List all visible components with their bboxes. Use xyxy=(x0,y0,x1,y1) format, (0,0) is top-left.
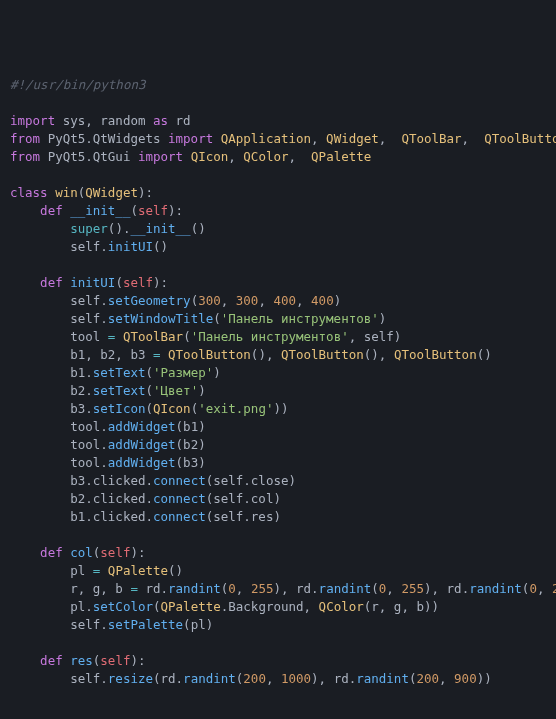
token-kw: def xyxy=(40,653,63,668)
token-pm: ): xyxy=(168,203,183,218)
code-line: b1, b2, b3 = QToolButton(), QToolButton(… xyxy=(10,346,546,364)
token-pm: tool. xyxy=(10,437,108,452)
token-pm: )) xyxy=(477,671,492,686)
token-pm: (b1) xyxy=(176,419,206,434)
token-pm xyxy=(10,545,40,560)
token-pm: b3. xyxy=(10,401,93,416)
token-pm: rd xyxy=(168,113,191,128)
code-line: b1.clicked.connect(self.res) xyxy=(10,508,546,526)
code-line: import sys, random as rd xyxy=(10,112,546,130)
token-fn: addWidget xyxy=(108,455,176,470)
code-line: b3.clicked.connect(self.close) xyxy=(10,472,546,490)
token-pm: self. xyxy=(10,293,108,308)
code-line: def res(self): xyxy=(10,652,546,670)
token-pm: (rd. xyxy=(153,671,183,686)
code-line: #!/usr/bin/python3 xyxy=(10,76,546,94)
token-bi: super xyxy=(70,221,108,236)
token-cl: QToolButton xyxy=(394,347,477,362)
token-pm: ( xyxy=(153,599,161,614)
token-pm: ( xyxy=(145,365,153,380)
token-fn: setColor xyxy=(93,599,153,614)
token-pm: ): xyxy=(153,275,168,290)
token-pm: () xyxy=(477,347,492,362)
code-line: self.setPalette(pl) xyxy=(10,616,546,634)
token-fn: initUI xyxy=(70,275,115,290)
token-kw: class xyxy=(10,185,48,200)
token-pm xyxy=(10,203,40,218)
token-pm: ( xyxy=(145,383,153,398)
token-pm: ) xyxy=(198,383,206,398)
token-cl: QApplication xyxy=(221,131,311,146)
code-line xyxy=(10,706,546,719)
token-pm: , xyxy=(537,581,552,596)
token-pm xyxy=(115,329,123,344)
token-fn: setPalette xyxy=(108,617,183,632)
token-fn: col xyxy=(70,545,93,560)
token-nm: 255 xyxy=(552,581,556,596)
token-op: = xyxy=(153,347,161,362)
token-op: = xyxy=(130,581,138,596)
token-pm: (b3) xyxy=(176,455,206,470)
token-kw: import xyxy=(10,113,55,128)
token-pm: b2.clicked. xyxy=(10,491,153,506)
token-pm: tool. xyxy=(10,455,108,470)
code-line: self.initUI() xyxy=(10,238,546,256)
token-pm: ) xyxy=(334,293,342,308)
token-fn: randint xyxy=(168,581,221,596)
code-line: b2.setText('Цвет') xyxy=(10,382,546,400)
token-pm: ( xyxy=(115,275,123,290)
token-pm: ) xyxy=(379,311,387,326)
token-pm: (), xyxy=(251,347,281,362)
token-pm: tool xyxy=(10,329,108,344)
code-line xyxy=(10,688,546,706)
token-st: 'exit.png' xyxy=(198,401,273,416)
token-pm: () xyxy=(153,239,168,254)
token-fn: randint xyxy=(469,581,522,596)
code-line: from PyQt5.QtGui import QIcon, QColor, Q… xyxy=(10,148,546,166)
token-cl: QToolBar xyxy=(401,131,461,146)
token-nm: 300 xyxy=(198,293,221,308)
token-sf: self xyxy=(100,653,130,668)
code-line xyxy=(10,94,546,112)
token-pm: , xyxy=(296,293,311,308)
token-sf: self xyxy=(123,275,153,290)
code-line: pl = QPalette() xyxy=(10,562,546,580)
token-pm: (self.col) xyxy=(206,491,281,506)
token-pm: ): xyxy=(138,185,153,200)
token-nm: 255 xyxy=(401,581,424,596)
token-cl: QToolButton xyxy=(281,347,364,362)
token-fn: initUI xyxy=(108,239,153,254)
token-pm: (self.res) xyxy=(206,509,281,524)
token-cl: QWidget xyxy=(326,131,379,146)
token-cl: QToolBar xyxy=(123,329,183,344)
token-nm: 200 xyxy=(416,671,439,686)
token-st: 'Панель инструментов' xyxy=(221,311,379,326)
token-fn: setGeometry xyxy=(108,293,191,308)
token-pm: , xyxy=(386,581,401,596)
token-pm: ) xyxy=(213,365,221,380)
token-kw: import xyxy=(168,131,213,146)
token-pm: , xyxy=(289,149,312,164)
code-line xyxy=(10,256,546,274)
token-fn: setText xyxy=(93,383,146,398)
token-cl: QPalette xyxy=(161,599,221,614)
token-pm: pl xyxy=(10,563,93,578)
token-cl: QIcon xyxy=(153,401,191,416)
token-cm: #!/usr/bin/python3 xyxy=(10,77,145,92)
code-line: def col(self): xyxy=(10,544,546,562)
token-pm: ( xyxy=(371,581,379,596)
token-pm: () xyxy=(168,563,183,578)
code-editor-content: #!/usr/bin/python3 import sys, random as… xyxy=(10,76,546,719)
token-pm: PyQt5.QtGui xyxy=(40,149,138,164)
token-fn: randint xyxy=(183,671,236,686)
token-kw: from xyxy=(10,149,40,164)
token-pm: b2. xyxy=(10,383,93,398)
token-cl: QColor xyxy=(243,149,288,164)
token-pm: , xyxy=(439,671,454,686)
code-line: def initUI(self): xyxy=(10,274,546,292)
token-pm: self. xyxy=(10,239,108,254)
code-line xyxy=(10,634,546,652)
token-pm: b3.clicked. xyxy=(10,473,153,488)
token-pm xyxy=(100,563,108,578)
token-pm: (self.close) xyxy=(206,473,296,488)
